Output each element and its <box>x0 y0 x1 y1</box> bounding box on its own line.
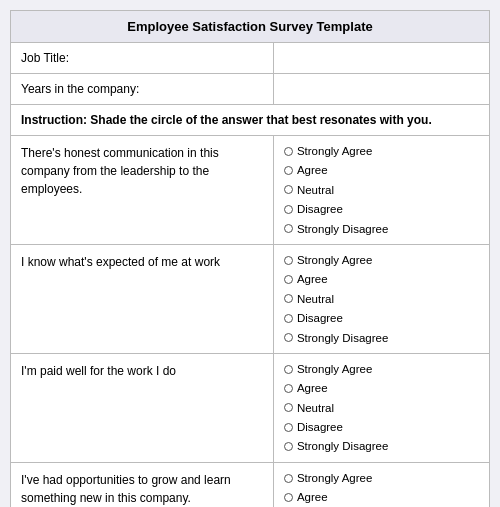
option-label-1-1: Agree <box>297 270 328 288</box>
option-label-0-2: Neutral <box>297 181 334 199</box>
option-item-2-2[interactable]: Neutral <box>284 399 479 417</box>
question-text-3: I've had opportunities to grow and learn… <box>11 463 274 507</box>
option-label-2-2: Neutral <box>297 399 334 417</box>
radio-circle-0-2[interactable] <box>284 185 293 194</box>
radio-circle-2-0[interactable] <box>284 365 293 374</box>
radio-circle-1-3[interactable] <box>284 314 293 323</box>
radio-circle-1-2[interactable] <box>284 294 293 303</box>
radio-circle-1-4[interactable] <box>284 333 293 342</box>
option-item-1-0[interactable]: Strongly Agree <box>284 251 479 269</box>
option-item-0-0[interactable]: Strongly Agree <box>284 142 479 160</box>
option-label-0-3: Disagree <box>297 200 343 218</box>
question-text-1: I know what's expected of me at work <box>11 245 274 353</box>
job-title-value[interactable] <box>274 43 489 73</box>
radio-circle-2-1[interactable] <box>284 384 293 393</box>
job-title-row: Job Title: <box>11 43 489 74</box>
answer-options-3: Strongly AgreeAgreeNeutralDisagreeStrong… <box>274 463 489 507</box>
radio-circle-0-3[interactable] <box>284 205 293 214</box>
option-label-1-4: Strongly Disagree <box>297 329 388 347</box>
radio-circle-0-4[interactable] <box>284 224 293 233</box>
option-item-1-4[interactable]: Strongly Disagree <box>284 329 479 347</box>
option-label-0-0: Strongly Agree <box>297 142 372 160</box>
question-row-0: There's honest communication in this com… <box>11 136 489 245</box>
job-title-label: Job Title: <box>11 43 274 73</box>
option-item-1-1[interactable]: Agree <box>284 270 479 288</box>
option-item-1-2[interactable]: Neutral <box>284 290 479 308</box>
question-text-2: I'm paid well for the work I do <box>11 354 274 462</box>
option-item-2-1[interactable]: Agree <box>284 379 479 397</box>
answer-options-2: Strongly AgreeAgreeNeutralDisagreeStrong… <box>274 354 489 462</box>
answer-options-0: Strongly AgreeAgreeNeutralDisagreeStrong… <box>274 136 489 244</box>
option-item-0-4[interactable]: Strongly Disagree <box>284 220 479 238</box>
option-item-1-3[interactable]: Disagree <box>284 309 479 327</box>
radio-circle-0-0[interactable] <box>284 147 293 156</box>
option-label-0-4: Strongly Disagree <box>297 220 388 238</box>
years-label: Years in the company: <box>11 74 274 104</box>
option-item-3-0[interactable]: Strongly Agree <box>284 469 479 487</box>
radio-circle-1-1[interactable] <box>284 275 293 284</box>
option-item-0-2[interactable]: Neutral <box>284 181 479 199</box>
option-label-3-0: Strongly Agree <box>297 469 372 487</box>
survey-container: Employee Satisfaction Survey Template Jo… <box>10 10 490 507</box>
radio-circle-2-2[interactable] <box>284 403 293 412</box>
option-item-0-1[interactable]: Agree <box>284 161 479 179</box>
answer-options-1: Strongly AgreeAgreeNeutralDisagreeStrong… <box>274 245 489 353</box>
radio-circle-3-1[interactable] <box>284 493 293 502</box>
option-item-2-0[interactable]: Strongly Agree <box>284 360 479 378</box>
option-item-2-4[interactable]: Strongly Disagree <box>284 437 479 455</box>
question-row-2: I'm paid well for the work I doStrongly … <box>11 354 489 463</box>
option-item-2-3[interactable]: Disagree <box>284 418 479 436</box>
option-label-1-2: Neutral <box>297 290 334 308</box>
option-label-3-1: Agree <box>297 488 328 506</box>
radio-circle-0-1[interactable] <box>284 166 293 175</box>
radio-circle-3-0[interactable] <box>284 474 293 483</box>
option-label-2-0: Strongly Agree <box>297 360 372 378</box>
option-label-2-1: Agree <box>297 379 328 397</box>
radio-circle-2-4[interactable] <box>284 442 293 451</box>
questions-container: There's honest communication in this com… <box>11 136 489 507</box>
radio-circle-1-0[interactable] <box>284 256 293 265</box>
survey-title: Employee Satisfaction Survey Template <box>11 11 489 43</box>
option-label-1-3: Disagree <box>297 309 343 327</box>
question-row-3: I've had opportunities to grow and learn… <box>11 463 489 507</box>
radio-circle-2-3[interactable] <box>284 423 293 432</box>
option-item-0-3[interactable]: Disagree <box>284 200 479 218</box>
years-value[interactable] <box>274 74 489 104</box>
instruction: Instruction: Shade the circle of the ans… <box>11 105 489 136</box>
option-label-0-1: Agree <box>297 161 328 179</box>
question-row-1: I know what's expected of me at workStro… <box>11 245 489 354</box>
question-text-0: There's honest communication in this com… <box>11 136 274 244</box>
years-row: Years in the company: <box>11 74 489 105</box>
option-item-3-1[interactable]: Agree <box>284 488 479 506</box>
option-label-1-0: Strongly Agree <box>297 251 372 269</box>
option-label-2-4: Strongly Disagree <box>297 437 388 455</box>
option-label-2-3: Disagree <box>297 418 343 436</box>
